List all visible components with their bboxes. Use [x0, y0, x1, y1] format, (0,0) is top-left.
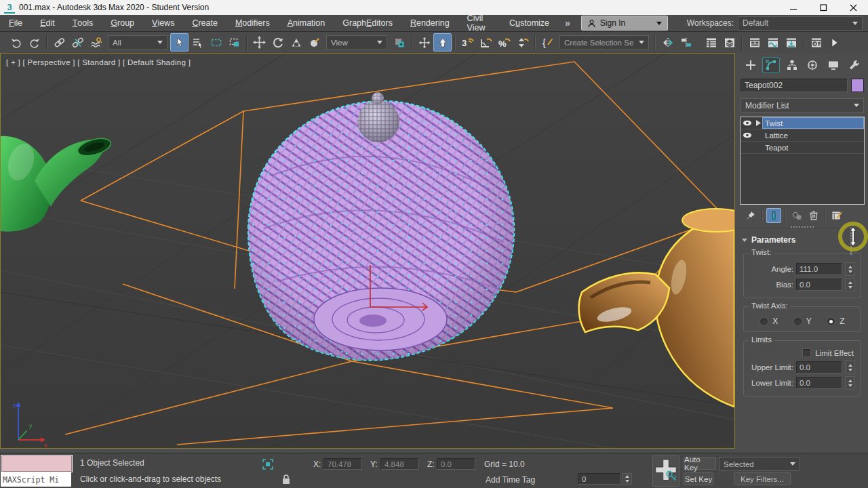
- lower-limit-field[interactable]: 0.0: [796, 377, 842, 389]
- selection-filter-dropdown[interactable]: All: [108, 35, 167, 49]
- axis-y-radio[interactable]: Y: [793, 317, 812, 326]
- menu-item-create[interactable]: Create: [183, 15, 226, 31]
- keyboard-shortcut-override-toggle[interactable]: [433, 33, 452, 52]
- key-mode-dropdown[interactable]: Selected: [719, 457, 800, 471]
- x-coord-field[interactable]: 70.478: [323, 458, 362, 470]
- stack-row-twist[interactable]: Twist: [741, 117, 864, 129]
- snaps-toggle-3d-button[interactable]: 3: [458, 33, 477, 52]
- percent-snap-toggle-button[interactable]: %: [495, 33, 513, 52]
- show-end-result-button[interactable]: [766, 208, 781, 223]
- toggle-layer-explorer-button[interactable]: [720, 33, 738, 52]
- tab-create[interactable]: [742, 57, 760, 73]
- render-flyout-button[interactable]: [825, 33, 844, 52]
- remove-modifier-button[interactable]: [806, 208, 821, 223]
- tab-modify[interactable]: [762, 57, 780, 73]
- tab-display[interactable]: [825, 57, 842, 73]
- maximize-button[interactable]: [808, 0, 838, 15]
- reference-coordinate-system-dropdown[interactable]: View: [326, 35, 387, 49]
- menu-item-graph-editors[interactable]: Graph Editors: [334, 15, 401, 31]
- menu-item-group[interactable]: Group: [102, 15, 143, 31]
- lower-limit-spinner[interactable]: [845, 376, 855, 390]
- menu-item-civil-view[interactable]: Civil View: [458, 15, 500, 31]
- toggle-ribbon-button[interactable]: [745, 33, 764, 52]
- perspective-viewport[interactable]: [ + ] [ Perspective ] [ Standard ] [ Def…: [0, 53, 735, 449]
- bind-to-space-warp-button[interactable]: [87, 33, 105, 52]
- maxscript-mini-listener[interactable]: MAXScript Mi: [1, 472, 71, 487]
- select-and-link-button[interactable]: [50, 33, 68, 52]
- add-time-tag[interactable]: Add Time Tag: [486, 475, 535, 485]
- visibility-eye-icon[interactable]: [741, 132, 754, 138]
- axis-z-radio[interactable]: Z: [827, 317, 844, 326]
- workspace-dropdown[interactable]: Default: [738, 16, 863, 30]
- rectangular-selection-region-button[interactable]: [207, 33, 225, 52]
- z-coord-field[interactable]: 0.0: [437, 458, 475, 470]
- object-color-swatch[interactable]: [851, 79, 864, 92]
- angle-snap-toggle-button[interactable]: [477, 33, 495, 52]
- select-and-place-button[interactable]: [305, 33, 323, 52]
- panel-scroll-handle[interactable]: [850, 228, 852, 255]
- toggle-scene-explorer-button[interactable]: [702, 33, 720, 52]
- tab-motion[interactable]: [804, 57, 821, 73]
- unlink-selection-button[interactable]: [68, 33, 87, 52]
- set-keys-button[interactable]: [652, 455, 679, 487]
- maxscript-listener-output[interactable]: [1, 455, 73, 472]
- object-name-field[interactable]: Teapot002: [741, 79, 848, 92]
- undo-button[interactable]: [7, 33, 25, 52]
- tab-utilities[interactable]: [845, 57, 863, 73]
- select-and-rotate-button[interactable]: [269, 33, 287, 52]
- angle-field[interactable]: 111.0: [796, 263, 842, 275]
- current-frame-field[interactable]: 0: [578, 473, 621, 485]
- tab-hierarchy[interactable]: [783, 57, 801, 73]
- menu-item-tools[interactable]: Tools: [64, 15, 102, 31]
- stack-row-teapot[interactable]: Teapot: [741, 142, 864, 154]
- viewport-canvas[interactable]: z x y: [1, 54, 734, 448]
- auto-key-button[interactable]: Auto Key: [684, 457, 716, 470]
- select-and-scale-button[interactable]: [287, 33, 305, 52]
- stack-row-lattice[interactable]: Lattice: [741, 129, 864, 142]
- y-coord-field[interactable]: 4.848: [380, 458, 419, 470]
- select-object-button[interactable]: [170, 33, 189, 52]
- visibility-eye-icon[interactable]: [741, 120, 754, 126]
- menu-overflow-chevron[interactable]: »: [558, 18, 577, 28]
- selection-lock-toggle[interactable]: [278, 472, 294, 487]
- panel-resize-divider[interactable]: [736, 228, 868, 232]
- upper-limit-spinner[interactable]: [845, 361, 855, 374]
- menu-item-file[interactable]: File: [0, 15, 31, 31]
- select-and-move-button[interactable]: [250, 33, 269, 52]
- schematic-view-button[interactable]: [782, 33, 800, 52]
- named-selection-set-dropdown[interactable]: Create Selection Se: [559, 35, 649, 49]
- bias-field[interactable]: 0.0: [796, 279, 842, 291]
- minimize-button[interactable]: [778, 0, 808, 15]
- close-button[interactable]: [838, 0, 868, 15]
- align-button[interactable]: [677, 33, 695, 52]
- menu-item-modifiers[interactable]: Modifiers: [226, 15, 279, 31]
- menu-item-animation[interactable]: Animation: [279, 15, 334, 31]
- menu-item-rendering[interactable]: Rendering: [401, 15, 458, 31]
- select-by-name-button[interactable]: [189, 33, 207, 52]
- frame-spinner[interactable]: [622, 473, 632, 485]
- modifier-list-dropdown[interactable]: Modifier List: [741, 98, 864, 113]
- render-setup-button[interactable]: [807, 33, 825, 52]
- menu-item-customize[interactable]: Customize: [500, 15, 558, 31]
- limit-effect-checkbox[interactable]: [802, 348, 811, 357]
- sign-in-button[interactable]: Sign In: [581, 16, 668, 30]
- window-crossing-toggle-button[interactable]: [225, 33, 243, 52]
- expand-arrow-icon[interactable]: [754, 120, 762, 126]
- bias-spinner[interactable]: [845, 278, 855, 291]
- curve-editor-button[interactable]: [764, 33, 782, 52]
- make-unique-button[interactable]: [789, 208, 804, 223]
- mirror-button[interactable]: [658, 33, 677, 52]
- upper-limit-field[interactable]: 0.0: [796, 361, 842, 373]
- parameters-rollout-header[interactable]: Parameters: [736, 232, 868, 245]
- key-filters-button[interactable]: Key Filters...: [734, 472, 791, 485]
- angle-spinner[interactable]: [845, 262, 855, 276]
- pin-stack-button[interactable]: [743, 208, 758, 223]
- isolate-selection-toggle[interactable]: [260, 457, 276, 472]
- configure-modifier-sets-button[interactable]: [829, 208, 844, 223]
- viewport-label[interactable]: [ + ] [ Perspective ] [ Standard ] [ Def…: [6, 58, 191, 66]
- select-and-manipulate-button[interactable]: [415, 33, 433, 52]
- spinner-snap-toggle-button[interactable]: [513, 33, 532, 52]
- set-key-button[interactable]: Set Key: [684, 472, 713, 485]
- menu-item-views[interactable]: Views: [143, 15, 183, 31]
- redo-button[interactable]: [25, 33, 43, 52]
